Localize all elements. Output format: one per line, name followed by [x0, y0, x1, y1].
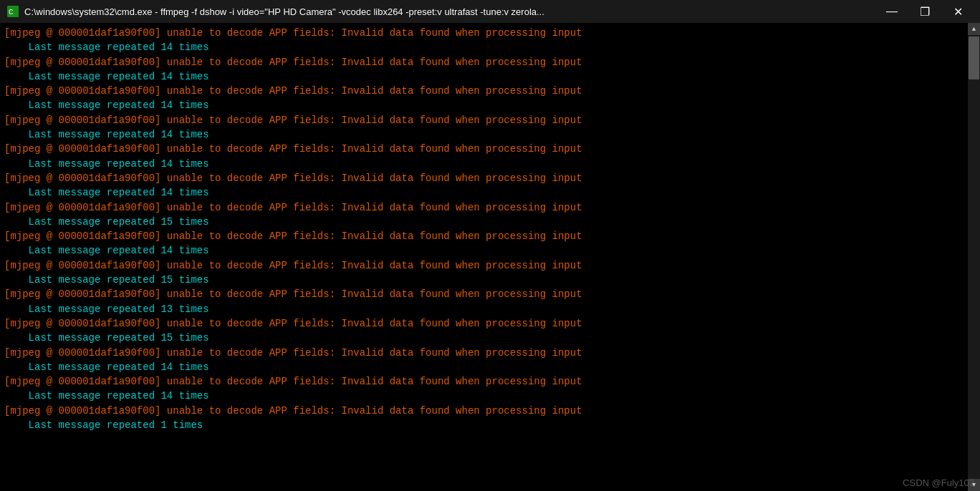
error-log-line: [mjpeg @ 000001daf1a90f00] unable to dec… [4, 26, 964, 40]
scroll-thumb[interactable] [969, 37, 979, 79]
error-log-line: [mjpeg @ 000001daf1a90f00] unable to dec… [4, 346, 964, 360]
error-log-line: [mjpeg @ 000001daf1a90f00] unable to dec… [4, 229, 964, 243]
cmd-window: C C:\windows\system32\cmd.exe - ffmpeg -… [0, 0, 980, 491]
repeat-log-line: Last message repeated 15 times [4, 215, 964, 229]
restore-button[interactable]: ❐ [908, 0, 941, 23]
minimize-button[interactable]: — [875, 0, 908, 23]
repeat-log-line: Last message repeated 14 times [4, 185, 964, 200]
window-controls: — ❐ ✕ [875, 0, 974, 23]
error-log-line: [mjpeg @ 000001daf1a90f00] unable to dec… [4, 171, 964, 185]
console-output[interactable]: [mjpeg @ 000001daf1a90f00] unable to dec… [0, 23, 968, 491]
repeat-log-line: Last message repeated 14 times [4, 243, 964, 258]
error-log-line: [mjpeg @ 000001daf1a90f00] unable to dec… [4, 258, 964, 273]
repeat-log-line: Last message repeated 14 times [4, 389, 964, 403]
error-log-line: [mjpeg @ 000001daf1a90f00] unable to dec… [4, 55, 964, 69]
window-title: C:\windows\system32\cmd.exe - ffmpeg -f … [24, 6, 870, 17]
repeat-log-line: Last message repeated 14 times [4, 98, 964, 112]
watermark: CSDN @Fuly102 [903, 477, 974, 488]
close-button[interactable]: ✕ [941, 0, 974, 23]
error-log-line: [mjpeg @ 000001daf1a90f00] unable to dec… [4, 142, 964, 156]
repeat-log-line: Last message repeated 14 times [4, 69, 964, 84]
error-log-line: [mjpeg @ 000001daf1a90f00] unable to dec… [4, 113, 964, 127]
repeat-log-line: Last message repeated 1 times [4, 418, 964, 432]
repeat-log-line: Last message repeated 15 times [4, 331, 964, 345]
error-log-line: [mjpeg @ 000001daf1a90f00] unable to dec… [4, 84, 964, 98]
repeat-log-line: Last message repeated 14 times [4, 40, 964, 54]
repeat-log-line: Last message repeated 14 times [4, 127, 964, 142]
error-log-line: [mjpeg @ 000001daf1a90f00] unable to dec… [4, 287, 964, 301]
error-log-line: [mjpeg @ 000001daf1a90f00] unable to dec… [4, 200, 964, 215]
svg-text:C: C [9, 8, 14, 16]
repeat-log-line: Last message repeated 15 times [4, 273, 964, 287]
repeat-log-line: Last message repeated 14 times [4, 360, 964, 374]
error-log-line: [mjpeg @ 000001daf1a90f00] unable to dec… [4, 404, 964, 418]
scroll-up-arrow[interactable]: ▲ [968, 23, 980, 35]
repeat-log-line: Last message repeated 14 times [4, 157, 964, 171]
console-area: [mjpeg @ 000001daf1a90f00] unable to dec… [0, 23, 980, 491]
vertical-scrollbar[interactable]: ▲ ▼ [968, 23, 980, 491]
scroll-track[interactable] [968, 35, 980, 479]
window-icon: C [6, 4, 20, 19]
title-bar: C C:\windows\system32\cmd.exe - ffmpeg -… [0, 0, 980, 23]
repeat-log-line: Last message repeated 13 times [4, 302, 964, 316]
error-log-line: [mjpeg @ 000001daf1a90f00] unable to dec… [4, 316, 964, 331]
error-log-line: [mjpeg @ 000001daf1a90f00] unable to dec… [4, 374, 964, 389]
